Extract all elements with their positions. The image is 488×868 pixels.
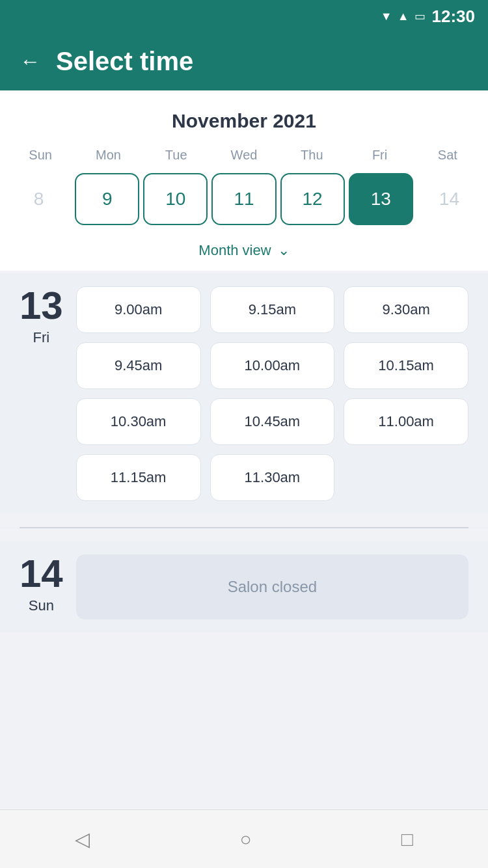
weekdays-row: Sun Mon Tue Wed Thu Fri Sat bbox=[0, 142, 488, 168]
date-8: 8 bbox=[7, 173, 71, 225]
time-slot-1130am[interactable]: 11.30am bbox=[210, 454, 335, 501]
friday-section: 13 Fri 9.00am 9.15am 9.30am 9.45am 10.00… bbox=[0, 273, 488, 514]
battery-icon: ▭ bbox=[414, 9, 426, 23]
time-slot-1000am[interactable]: 10.00am bbox=[210, 342, 335, 389]
time-slot-900am[interactable]: 9.00am bbox=[76, 286, 201, 333]
time-slot-930am[interactable]: 9.30am bbox=[344, 286, 468, 333]
status-time: 12:30 bbox=[432, 7, 476, 27]
sunday-number: 14 bbox=[20, 554, 63, 593]
time-slot-1115am[interactable]: 11.15am bbox=[76, 454, 201, 501]
status-icons: ▼ ▲ ▭ bbox=[381, 9, 426, 23]
month-view-toggle[interactable]: Month view ⌄ bbox=[0, 236, 488, 271]
time-slot-915am[interactable]: 9.15am bbox=[210, 286, 335, 333]
salon-closed-text: Salon closed bbox=[228, 578, 317, 595]
date-12[interactable]: 12 bbox=[280, 173, 345, 225]
nav-recent-button[interactable] bbox=[401, 828, 413, 850]
friday-number: 13 bbox=[20, 286, 63, 325]
time-slot-1100am[interactable]: 11.00am bbox=[344, 398, 468, 445]
sunday-content: 14 Sun Salon closed bbox=[20, 554, 468, 619]
sunday-label: 14 Sun bbox=[20, 554, 63, 614]
header: ← Select time bbox=[0, 33, 488, 90]
month-view-label: Month view bbox=[198, 242, 271, 259]
signal-icon: ▲ bbox=[398, 10, 409, 23]
date-9[interactable]: 9 bbox=[75, 173, 139, 225]
nav-home-button[interactable] bbox=[239, 828, 251, 850]
wifi-icon: ▼ bbox=[381, 10, 392, 23]
time-slot-1030am[interactable]: 10.30am bbox=[76, 398, 201, 445]
date-13[interactable]: 13 bbox=[349, 173, 413, 225]
back-button[interactable]: ← bbox=[20, 49, 40, 74]
calendar-section: November 2021 Sun Mon Tue Wed Thu Fri Sa… bbox=[0, 90, 488, 271]
weekday-sun: Sun bbox=[7, 142, 74, 168]
time-slot-1015am[interactable]: 10.15am bbox=[344, 342, 468, 389]
time-slot-1045am[interactable]: 10.45am bbox=[210, 398, 335, 445]
date-10[interactable]: 10 bbox=[143, 173, 208, 225]
sunday-name: Sun bbox=[29, 597, 54, 614]
page-title: Select time bbox=[56, 47, 193, 76]
date-14: 14 bbox=[417, 173, 481, 225]
chevron-down-icon: ⌄ bbox=[278, 242, 290, 259]
friday-content: 13 Fri 9.00am 9.15am 9.30am 9.45am 10.00… bbox=[20, 286, 468, 501]
salon-closed-box: Salon closed bbox=[76, 554, 468, 619]
weekday-fri: Fri bbox=[346, 142, 413, 168]
date-11[interactable]: 11 bbox=[211, 173, 276, 225]
weekday-mon: Mon bbox=[74, 142, 142, 168]
weekday-sat: Sat bbox=[414, 142, 481, 168]
nav-bar bbox=[0, 809, 488, 868]
friday-name: Fri bbox=[33, 329, 50, 346]
weekday-thu: Thu bbox=[278, 142, 346, 168]
status-bar: ▼ ▲ ▭ 12:30 bbox=[0, 0, 488, 33]
nav-back-button[interactable] bbox=[75, 828, 90, 850]
dates-row: 8 9 10 11 12 13 14 bbox=[0, 168, 488, 236]
sunday-section: 14 Sun Salon closed bbox=[0, 541, 488, 632]
time-slot-945am[interactable]: 9.45am bbox=[76, 342, 201, 389]
friday-label: 13 Fri bbox=[20, 286, 63, 346]
weekday-wed: Wed bbox=[210, 142, 278, 168]
friday-time-grid: 9.00am 9.15am 9.30am 9.45am 10.00am 10.1… bbox=[76, 286, 468, 501]
section-divider bbox=[20, 527, 468, 528]
weekday-tue: Tue bbox=[142, 142, 210, 168]
month-year-label: November 2021 bbox=[0, 103, 488, 142]
